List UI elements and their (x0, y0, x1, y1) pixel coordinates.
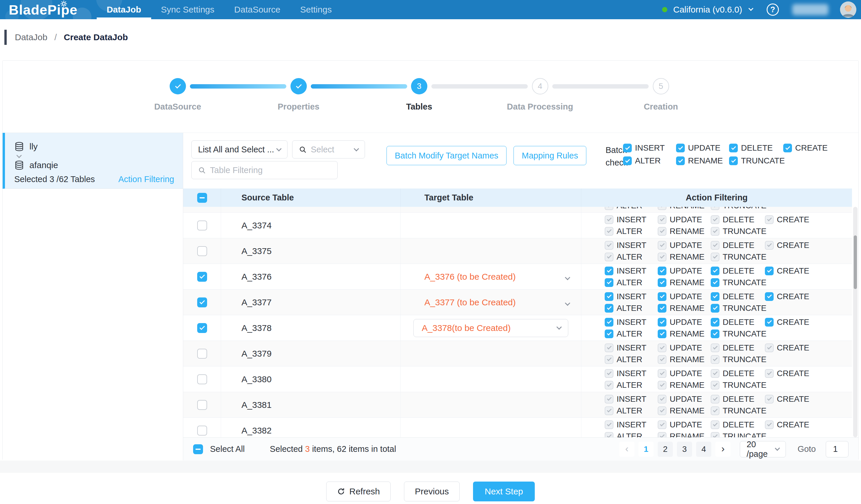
filter-select[interactable]: Select (292, 140, 365, 159)
batch-checkbox[interactable] (729, 156, 738, 165)
menu-item-datajob[interactable]: DataJob (97, 0, 151, 19)
action-checkbox-item: RENAME (658, 380, 711, 390)
action-checkbox[interactable] (765, 267, 774, 275)
goto-page-input[interactable] (826, 441, 848, 458)
page-button-3[interactable]: 3 (677, 442, 692, 457)
select-all-checkbox[interactable] (193, 444, 203, 454)
action-checkbox[interactable] (711, 278, 720, 287)
row-checkbox[interactable] (197, 323, 207, 333)
check-mark (607, 345, 612, 349)
region-selector[interactable]: California (v0.6.0) (673, 5, 742, 15)
action-label: ALTER (617, 227, 642, 236)
page-title: Create DataJob (64, 32, 128, 42)
page-button-1[interactable]: 1 (639, 442, 654, 457)
action-checkbox[interactable] (658, 304, 667, 313)
batch-checkbox[interactable] (676, 144, 685, 152)
action-checkbox[interactable] (658, 278, 667, 287)
batch-modify-target-names-button[interactable]: Batch Modify Target Names (386, 146, 507, 165)
next-page-button[interactable]: › (715, 442, 730, 457)
menu-item-datasource[interactable]: DataSource (224, 0, 290, 19)
row-checkbox[interactable] (197, 400, 207, 410)
table-filtering-input[interactable]: Table Filtering (191, 161, 338, 179)
action-label: RENAME (670, 227, 705, 236)
chevron-down-icon[interactable] (565, 275, 570, 280)
action-checkbox-item: UPDATE (658, 369, 711, 378)
help-icon[interactable]: ? (767, 3, 779, 16)
header-select-checkbox[interactable] (197, 193, 207, 203)
action-label: INSERT (617, 343, 646, 353)
action-checkbox-grid: INSERTUPDATEDELETECREATEALTERRENAMETRUNC… (605, 420, 809, 438)
scrollbar-thumb[interactable] (854, 235, 857, 289)
row-checkbox[interactable] (197, 374, 207, 384)
action-checkbox[interactable] (658, 318, 667, 327)
action-checkbox[interactable] (605, 267, 613, 275)
action-label: CREATE (777, 241, 809, 250)
batch-checkbox[interactable] (623, 156, 632, 165)
action-checkbox[interactable] (711, 318, 720, 327)
action-filtering-cell: INSERTUPDATEDELETECREATEALTERRENAMETRUNC… (582, 213, 852, 238)
action-checkbox-item: UPDATE (658, 266, 711, 276)
breadcrumb-parent[interactable]: DataJob (15, 32, 47, 42)
previous-button[interactable]: Previous (404, 481, 460, 501)
action-label: ALTER (617, 252, 642, 262)
action-checkbox[interactable] (711, 267, 720, 275)
action-checkbox[interactable] (711, 329, 720, 338)
row-checkbox[interactable] (197, 349, 207, 359)
action-checkbox-item: UPDATE (658, 343, 711, 353)
row-checkbox[interactable] (197, 220, 207, 230)
batch-action-truncate: TRUNCATE (729, 156, 783, 165)
action-checkbox[interactable] (711, 304, 720, 313)
action-checkbox[interactable] (605, 292, 613, 301)
action-checkbox[interactable] (765, 292, 774, 301)
action-label: CREATE (777, 215, 809, 224)
action-checkbox[interactable] (658, 267, 667, 275)
menu-item-sync-settings[interactable]: Sync Settings (151, 0, 224, 19)
page-size-select[interactable]: 20 /page (740, 441, 786, 458)
batch-checkbox[interactable] (783, 144, 792, 152)
prev-page-button[interactable]: ‹ (619, 442, 634, 457)
page-button-4[interactable]: 4 (696, 442, 711, 457)
card-shadow-strip (0, 461, 861, 473)
action-checkbox-grid: INSERTUPDATEDELETECREATEALTERRENAMETRUNC… (605, 207, 809, 210)
row-checkbox[interactable] (197, 426, 207, 436)
action-checkbox[interactable] (605, 329, 613, 338)
action-checkbox[interactable] (658, 329, 667, 338)
action-checkbox (711, 253, 720, 261)
action-checkbox[interactable] (605, 278, 613, 287)
action-checkbox[interactable] (711, 292, 720, 301)
action-checkbox-item: RENAME (658, 252, 711, 262)
row-checkbox[interactable] (197, 272, 207, 282)
action-checkbox (711, 381, 720, 390)
menu-item-settings[interactable]: Settings (290, 0, 341, 19)
action-label: TRUNCATE (723, 432, 766, 438)
chevron-down-icon[interactable] (565, 300, 570, 305)
action-checkbox[interactable] (658, 292, 667, 301)
action-checkbox[interactable] (605, 304, 613, 313)
action-checkbox (658, 355, 667, 364)
action-checkbox[interactable] (765, 318, 774, 327)
database-icon (14, 160, 24, 170)
row-checkbox[interactable] (197, 246, 207, 256)
target-table-select[interactable]: A_3378(to be Created) (413, 319, 568, 337)
action-checkbox (711, 227, 720, 236)
refresh-button[interactable]: Refresh (326, 481, 391, 501)
action-checkbox (605, 215, 613, 224)
next-step-button[interactable]: Next Step (473, 481, 535, 501)
batch-checkbox[interactable] (729, 144, 738, 152)
action-checkbox[interactable] (605, 318, 613, 327)
mapping-rules-button[interactable]: Mapping Rules (514, 146, 586, 165)
datasource-pair-item[interactable]: lly afanqie Selected 3 /62 Tables Action… (3, 133, 183, 189)
source-table-cell: A_3379 (221, 341, 400, 366)
avatar[interactable] (840, 1, 856, 18)
page-button-2[interactable]: 2 (658, 442, 673, 457)
column-source-table: Source Table (221, 189, 400, 207)
action-filtering-link[interactable]: Action Filtering (118, 175, 174, 184)
list-mode-select[interactable]: List All and Select ... (191, 140, 287, 159)
check-mark (660, 433, 665, 437)
action-checkbox-item: RENAME (658, 278, 711, 287)
row-checkbox[interactable] (197, 298, 207, 307)
check-mark (607, 228, 612, 233)
batch-checkbox[interactable] (623, 144, 632, 152)
chevron-down-icon[interactable] (749, 6, 753, 11)
batch-checkbox[interactable] (676, 156, 685, 165)
